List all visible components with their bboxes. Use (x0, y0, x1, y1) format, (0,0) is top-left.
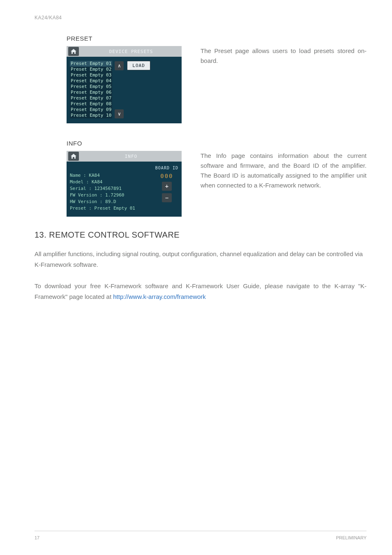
info-model: Model : KA84 (70, 179, 135, 185)
list-item[interactable]: Preset Empty 08 (70, 101, 112, 107)
scroll-up-button[interactable]: ∧ (115, 61, 124, 70)
scroll-down-button[interactable]: ∨ (115, 109, 124, 118)
framework-link[interactable]: http://www.k-array.com/framework (113, 293, 206, 300)
info-hw: HW Version : 89.D (70, 199, 135, 205)
list-item[interactable]: Preset Empty 05 (70, 84, 112, 90)
chevron-down-icon: ∨ (118, 111, 121, 117)
preset-heading: PRESET (67, 35, 367, 42)
list-item[interactable]: Preset Empty 09 (70, 107, 112, 113)
list-item[interactable]: Preset Empty 04 (70, 78, 112, 84)
preset-panel: DEVICE PRESETS Preset Empty 01 Preset Em… (67, 46, 182, 123)
preset-panel-title: DEVICE PRESETS (82, 49, 180, 54)
preset-panel-titlebar: DEVICE PRESETS (67, 46, 182, 57)
home-icon[interactable] (68, 152, 79, 161)
chevron-up-icon: ∧ (118, 63, 121, 69)
doc-header-label: KA24/KA84 (35, 15, 62, 21)
list-item[interactable]: Preset Empty 01 (70, 61, 112, 67)
info-fw: FW Version : 1.72960 (70, 192, 135, 199)
section-13-heading: 13. REMOTE CONTROL SOFTWARE (35, 230, 367, 240)
preset-list[interactable]: Preset Empty 01 Preset Empty 02 Preset E… (70, 61, 112, 118)
section-13-p1: All amplifier functions, including signa… (35, 249, 367, 270)
list-item[interactable]: Preset Empty 02 (70, 67, 112, 72)
footer-status: PRELIMINARY (336, 535, 367, 540)
info-name: Name : KA84 (70, 172, 135, 179)
info-panel: INFO Name : KA84 Model : KA84 Serial : 1… (67, 151, 182, 217)
info-heading: INFO (67, 140, 367, 147)
list-item[interactable]: Preset Empty 07 (70, 95, 112, 101)
board-id-dec-button[interactable]: − (162, 193, 172, 202)
board-id-value: 000 (160, 173, 173, 179)
info-serial: Serial : 1234567891 (70, 185, 135, 192)
list-item[interactable]: Preset Empty 06 (70, 90, 112, 95)
info-panel-title: INFO (82, 154, 180, 159)
board-id-inc-button[interactable]: + (162, 182, 172, 191)
home-icon[interactable] (68, 47, 79, 56)
board-id-label: BOARD ID (155, 166, 178, 170)
preset-description: The Preset page allows users to load pre… (201, 46, 367, 66)
load-button[interactable]: LOAD (127, 61, 150, 70)
plus-icon: + (165, 183, 168, 190)
section-13-p2: To download your free K-Framework softwa… (35, 281, 367, 302)
info-description: The Info page contains information about… (201, 151, 367, 190)
list-item[interactable]: Preset Empty 10 (70, 113, 112, 118)
info-lines: Name : KA84 Model : KA84 Serial : 123456… (70, 166, 135, 212)
minus-icon: − (165, 194, 168, 201)
page-number: 17 (35, 535, 39, 540)
info-panel-titlebar: INFO (67, 151, 182, 162)
list-item[interactable]: Preset Empty 03 (70, 72, 112, 78)
page-footer: 17 PRELIMINARY (35, 531, 367, 540)
info-preset: Preset : Preset Empty 01 (70, 205, 135, 212)
